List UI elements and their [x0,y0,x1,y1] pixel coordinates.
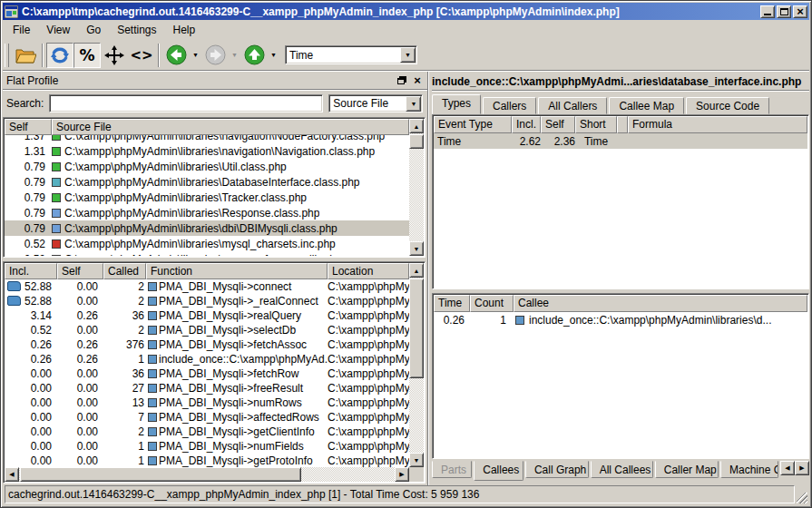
function-row[interactable]: 0.000.0013PMA_DBI_Mysqli->numRowsC:\xamp… [5,396,409,410]
reload-button[interactable] [46,43,73,68]
function-row[interactable]: 0.000.001PMA_DBI_Mysqli->numFieldsC:\xam… [5,439,409,454]
tab-scroll-right-button[interactable] [795,461,809,475]
menu-view[interactable]: View [38,22,78,38]
function-table-horizontal-scrollbar[interactable] [5,467,409,482]
column-header-self[interactable]: Self [57,263,103,279]
function-row[interactable]: 0.000.007PMA_DBI_Mysqli->affectedRowsC:\… [5,410,409,425]
close-button[interactable] [793,5,807,18]
tab-call-graph[interactable]: Call Graph [525,461,589,478]
column-header-event-type[interactable]: Event Type [434,116,512,133]
column-header-formula[interactable]: Formula [628,116,807,133]
up-button[interactable] [240,43,268,68]
tab-scroll-left-button[interactable] [780,461,795,475]
menu-settings[interactable]: Settings [109,22,164,38]
function-row[interactable]: 0.260.261include_once::C:\xampp\phpMyAd.… [5,352,409,366]
callee-row[interactable]: 0.26 1 include_once::C:\xampp\phpMyAdmin… [434,312,807,327]
function-row[interactable]: 0.520.002PMA_DBI_Mysqli->selectDbC:\xamp… [5,323,409,337]
combo-dropdown-button[interactable] [406,96,421,112]
column-header-location[interactable]: Location [328,263,409,279]
dock-titlebar[interactable]: Flat Profile [3,72,427,90]
relative-cost-button[interactable]: <> [128,43,155,68]
scroll-up-button[interactable] [409,263,424,278]
scroll-left-button[interactable] [5,467,19,482]
column-header-function[interactable]: Function [146,263,328,279]
menu-help[interactable]: Help [165,22,204,38]
expand-areas-button[interactable] [101,43,128,68]
scroll-right-button[interactable] [395,467,409,482]
scroll-up-button[interactable] [409,119,424,133]
file-row[interactable]: 0.79C:\xampp\phpMyAdmin\libraries\Databa… [5,174,409,190]
callee-name: include_once::C:\xampp\phpMyAdmin\librar… [529,314,771,327]
column-header-short[interactable]: Short [575,116,617,133]
chevron-down-icon [231,52,238,58]
column-header-incl[interactable]: Incl. [512,116,541,133]
column-header-count[interactable]: Count [470,295,514,312]
file-row[interactable]: 1.31C:\xampp\phpMyAdmin\libraries\naviga… [5,143,409,159]
minimize-button[interactable] [760,5,775,18]
menu-go[interactable]: Go [78,22,109,38]
column-header-incl[interactable]: Incl. [5,263,57,279]
combo-dropdown-button[interactable] [400,47,416,63]
event-type-row[interactable]: Time 2.62 2.36 Time [434,133,807,149]
file-row[interactable]: 0.52C:\xampp\phpMyAdmin\libraries\user_p… [5,251,409,256]
open-file-button[interactable] [12,43,39,68]
file-list-vertical-scrollbar[interactable] [409,119,424,256]
event-type-combobox[interactable]: Time [285,45,417,64]
function-table-vertical-scrollbar[interactable] [409,263,424,467]
scroll-thumb[interactable] [409,278,424,378]
tab-callee-map[interactable]: Callee Map [609,97,684,114]
scroll-down-button[interactable] [409,453,424,467]
function-called-count: 1 [103,454,146,467]
scroll-thumb[interactable] [20,467,301,482]
back-dropdown[interactable] [190,43,201,68]
tab-all-callers[interactable]: All Callers [538,97,607,114]
tab-machine-c[interactable]: Machine C [720,461,778,478]
back-button[interactable] [162,43,190,68]
titlebar[interactable]: C:\xampp\tmp\cachegrind.out.1416463299-C… [3,3,809,20]
tab-all-callees[interactable]: All Callees [591,461,653,478]
column-header-called[interactable]: Called [103,263,146,279]
tab-callers[interactable]: Callers [483,97,536,114]
function-row[interactable]: 52.880.002PMA_DBI_Mysqli->_realConnectC:… [5,294,409,308]
tab-callees[interactable]: Callees [474,461,523,481]
tab-types[interactable]: Types [432,94,481,114]
column-header-callee[interactable]: Callee [514,295,807,312]
function-row[interactable]: 52.880.002PMA_DBI_Mysqli->connectC:\xamp… [5,279,409,294]
tab-caller-map[interactable]: Caller Map [655,461,719,478]
percent-toggle-button[interactable]: % [73,43,101,68]
file-row[interactable]: 0.79C:\xampp\phpMyAdmin\libraries\Respon… [5,205,409,220]
menu-file[interactable]: File [5,22,38,38]
file-row[interactable]: 0.79C:\xampp\phpMyAdmin\libraries\Util.c… [5,159,409,174]
column-header-self[interactable]: Self [541,116,575,133]
resize-grip[interactable] [797,493,807,503]
function-row[interactable]: 0.000.001PMA_DBI_Mysqli->getProtoInfoC:\… [5,454,409,467]
file-row[interactable]: 0.52C:\xampp\phpMyAdmin\libraries\mysql_… [5,236,409,251]
dock-close-button[interactable] [411,74,424,86]
column-header-source-file[interactable]: Source File [52,119,409,135]
file-icon [52,193,61,202]
function-row[interactable]: 0.000.0027PMA_DBI_Mysqli->freeResultC:\x… [5,381,409,396]
function-row[interactable]: 3.140.2636PMA_DBI_Mysqli->realQueryC:\xa… [5,308,409,323]
maximize-button[interactable] [777,5,791,18]
scroll-thumb[interactable] [409,134,424,149]
search-input[interactable] [49,94,323,112]
function-row[interactable]: 0.000.0036PMA_DBI_Mysqli->fetchRowC:\xam… [5,366,409,381]
column-header-time[interactable]: Time [434,295,470,312]
grouping-combobox[interactable]: Source File [328,94,423,112]
toolbar-handle[interactable] [5,44,9,67]
function-row[interactable]: 0.000.002PMA_DBI_Mysqli->getClientInfoC:… [5,425,409,439]
function-name: PMA_DBI_Mysqli->getClientInfo [159,425,315,438]
function-self-cost: 0.00 [57,454,103,467]
scroll-down-button[interactable] [409,241,424,256]
file-row[interactable]: 0.79C:\xampp\phpMyAdmin\libraries\dbi\DB… [5,220,409,236]
tab-source-code[interactable]: Source Code [686,97,769,114]
file-row[interactable]: 1.37C:\xampp\phpMyAdmin\libraries\naviga… [5,135,409,143]
forward-button[interactable] [201,43,229,68]
column-header-self[interactable]: Self [5,119,52,135]
function-row[interactable]: 0.260.26376PMA_DBI_Mysqli->fetchAssocC:\… [5,337,409,352]
column-header-empty[interactable] [617,116,628,133]
dock-float-button[interactable] [396,74,408,86]
function-icon [148,297,157,306]
file-row[interactable]: 0.79C:\xampp\phpMyAdmin\libraries\Tracke… [5,190,409,205]
up-dropdown[interactable] [268,43,279,68]
